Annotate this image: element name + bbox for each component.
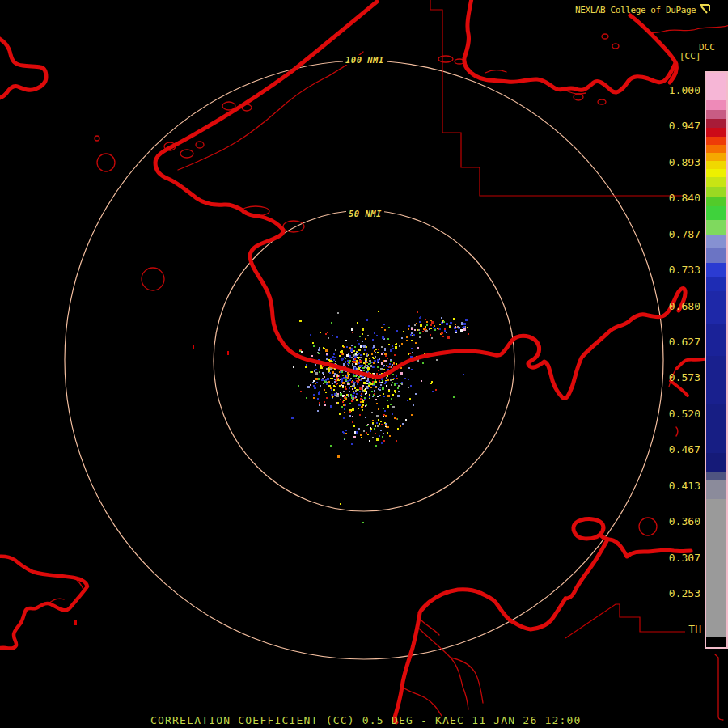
echo-dot — [326, 383, 328, 385]
southeast-coast-descent — [565, 541, 607, 599]
echo-dot — [408, 328, 409, 330]
tiny-map-marks — [74, 345, 229, 625]
echo-dot — [356, 360, 358, 362]
echo-dot — [325, 379, 327, 381]
echo-dot — [349, 387, 350, 389]
colorbar-segment — [706, 248, 726, 263]
echo-dot — [353, 436, 356, 438]
echo-dot — [450, 322, 452, 324]
echo-dot — [361, 396, 362, 397]
coastline-thick — [0, 0, 728, 722]
echo-dot — [400, 425, 401, 427]
echo-dot — [340, 503, 341, 505]
echo-dot — [357, 383, 358, 385]
echo-dot — [363, 353, 365, 355]
echo-dot — [394, 354, 396, 356]
radar-echoes — [275, 311, 469, 523]
echo-dot — [325, 333, 327, 335]
echo-dot — [349, 383, 350, 385]
echo-dot — [463, 326, 465, 328]
echo-dot — [377, 359, 379, 362]
echo-dot — [382, 336, 384, 339]
echo-dot — [314, 370, 315, 372]
echo-dot — [420, 324, 422, 327]
echo-dot — [413, 404, 414, 406]
echo-dot — [358, 389, 359, 391]
echo-dot — [378, 362, 379, 363]
echo-dot — [396, 378, 398, 379]
cay-outline — [283, 221, 304, 232]
echo-dot — [344, 357, 345, 358]
echo-dot — [352, 395, 354, 397]
echo-dot — [342, 345, 344, 347]
echo-dot — [362, 376, 364, 378]
echo-dot — [328, 370, 330, 372]
echo-dot — [366, 383, 368, 384]
echo-dot — [370, 430, 371, 432]
echo-dot — [340, 379, 341, 380]
echo-dot — [374, 360, 376, 362]
echo-dot — [376, 438, 379, 441]
echo-dot — [328, 337, 329, 339]
echo-dot — [331, 322, 332, 324]
echo-dot — [375, 356, 376, 358]
echo-dot — [392, 348, 394, 349]
echo-dot — [365, 417, 366, 418]
echo-dot — [383, 396, 385, 397]
echo-dot — [373, 383, 375, 385]
echo-dot — [370, 387, 372, 388]
echo-dot — [353, 392, 355, 394]
echo-dot — [326, 358, 328, 360]
echo-dot — [390, 349, 392, 352]
echo-dot — [355, 363, 357, 365]
echo-dot — [406, 336, 408, 338]
echo-dot — [455, 326, 456, 328]
echo-dot — [403, 331, 404, 332]
echo-dot — [355, 390, 357, 392]
echo-dot — [334, 357, 336, 358]
colorbar-segment — [706, 161, 726, 169]
echo-dot — [414, 329, 416, 331]
echo-dot — [372, 422, 374, 424]
echo-dot — [306, 397, 307, 399]
echo-dot — [410, 356, 412, 358]
echo-dot — [341, 371, 343, 373]
echo-dot — [336, 377, 338, 379]
echo-dot — [455, 332, 457, 333]
island-circle — [97, 154, 115, 171]
echo-dot — [349, 374, 350, 375]
echo-dot — [315, 364, 316, 366]
echo-dot — [383, 408, 384, 409]
echo-dot — [335, 349, 336, 351]
echo-dot — [391, 384, 392, 386]
echo-dot — [383, 416, 384, 417]
echo-dot — [380, 430, 382, 431]
echo-dot — [330, 405, 332, 408]
echo-dot — [397, 428, 399, 430]
echo-dot — [341, 378, 343, 379]
echo-dot — [395, 344, 396, 345]
echo-dot — [387, 379, 389, 381]
echo-dot — [404, 378, 406, 379]
echo-dot — [407, 400, 408, 401]
echo-dot — [341, 379, 343, 381]
echo-dot — [457, 326, 459, 328]
echo-dot — [315, 369, 317, 370]
echo-dot — [330, 445, 332, 447]
echo-dot — [348, 353, 349, 354]
echo-dot — [359, 387, 362, 390]
echo-dot — [332, 383, 333, 384]
echo-dot — [362, 399, 363, 400]
echo-dot — [349, 379, 351, 381]
echo-dot — [334, 379, 336, 380]
echo-dot — [351, 348, 353, 349]
bay-loop-coast — [395, 590, 565, 722]
echo-dot — [291, 417, 294, 419]
echo-dot — [415, 342, 417, 344]
echo-dot — [383, 324, 385, 325]
echo-dot — [436, 359, 438, 361]
echo-dot — [455, 324, 456, 325]
echo-dot — [346, 394, 348, 396]
echo-dot — [390, 404, 392, 405]
echo-dot — [351, 443, 353, 445]
